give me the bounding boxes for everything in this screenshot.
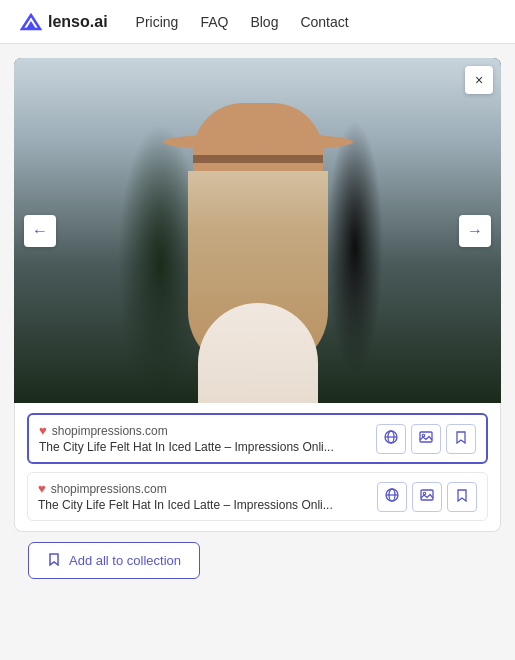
image-button-1[interactable] xyxy=(411,424,441,454)
globe-button-1[interactable] xyxy=(376,424,406,454)
logo[interactable]: lenso.ai xyxy=(20,11,108,33)
heart-icon-2: ♥ xyxy=(38,481,46,496)
source-domain-1: shopimpressions.com xyxy=(52,424,168,438)
nav-faq[interactable]: FAQ xyxy=(200,14,228,30)
bookmark-button-2[interactable] xyxy=(447,482,477,512)
close-icon: × xyxy=(475,72,483,88)
add-collection-bookmark-icon xyxy=(47,552,61,569)
hat-photo xyxy=(14,58,501,403)
arrow-right-icon: → xyxy=(467,222,483,240)
svg-point-11 xyxy=(423,492,425,494)
image-icon-2 xyxy=(420,488,434,505)
result-title-2: The City Life Felt Hat In Iced Latte – I… xyxy=(38,498,367,512)
nav-pricing[interactable]: Pricing xyxy=(136,14,179,30)
result-info-1: ♥ shopimpressions.com The City Life Felt… xyxy=(39,423,366,454)
nav-links: Pricing FAQ Blog Contact xyxy=(136,14,349,30)
main-content: × ← → ♥ shopimpressions.com The City Lif… xyxy=(0,44,515,593)
result-source-1: ♥ shopimpressions.com xyxy=(39,423,366,438)
image-container: × ← → xyxy=(14,58,501,403)
result-item-1[interactable]: ♥ shopimpressions.com The City Life Felt… xyxy=(27,413,488,464)
svg-point-6 xyxy=(422,434,424,436)
navbar: lenso.ai Pricing FAQ Blog Contact xyxy=(0,0,515,44)
arrow-left-icon: ← xyxy=(32,222,48,240)
prev-button[interactable]: ← xyxy=(24,215,56,247)
add-collection-label: Add all to collection xyxy=(69,553,181,568)
nav-blog[interactable]: Blog xyxy=(250,14,278,30)
nav-contact[interactable]: Contact xyxy=(300,14,348,30)
result-actions-1 xyxy=(376,424,476,454)
result-info-2: ♥ shopimpressions.com The City Life Felt… xyxy=(38,481,367,512)
bookmark-button-1[interactable] xyxy=(446,424,476,454)
globe-icon-1 xyxy=(384,430,398,447)
bookmark-icon-1 xyxy=(454,430,468,447)
add-collection-section: Add all to collection xyxy=(14,542,501,579)
source-domain-2: shopimpressions.com xyxy=(51,482,167,496)
results-panel: ♥ shopimpressions.com The City Life Felt… xyxy=(14,403,501,532)
image-icon-1 xyxy=(419,430,433,447)
globe-icon-2 xyxy=(385,488,399,505)
next-button[interactable]: → xyxy=(459,215,491,247)
hat-brim xyxy=(163,133,353,151)
logo-icon xyxy=(20,11,42,33)
close-button[interactable]: × xyxy=(465,66,493,94)
logo-text: lenso.ai xyxy=(48,13,108,31)
image-button-2[interactable] xyxy=(412,482,442,512)
globe-button-2[interactable] xyxy=(377,482,407,512)
hat-band xyxy=(193,155,323,163)
heart-icon-1: ♥ xyxy=(39,423,47,438)
result-title-1: The City Life Felt Hat In Iced Latte – I… xyxy=(39,440,366,454)
result-source-2: ♥ shopimpressions.com xyxy=(38,481,367,496)
add-collection-button[interactable]: Add all to collection xyxy=(28,542,200,579)
result-item-2[interactable]: ♥ shopimpressions.com The City Life Felt… xyxy=(27,472,488,521)
result-actions-2 xyxy=(377,482,477,512)
bookmark-icon-2 xyxy=(455,488,469,505)
figure xyxy=(148,103,368,403)
